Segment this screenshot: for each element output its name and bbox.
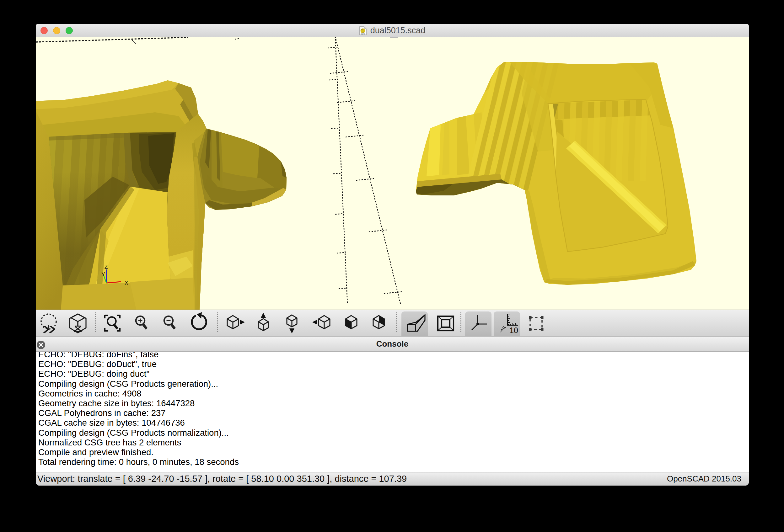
svg-text:10: 10	[509, 326, 518, 335]
svg-text:Z: Z	[105, 264, 108, 270]
svg-text:SCAD: SCAD	[361, 33, 365, 35]
svg-text:X: X	[124, 280, 129, 286]
svg-text:Y: Y	[102, 271, 105, 277]
